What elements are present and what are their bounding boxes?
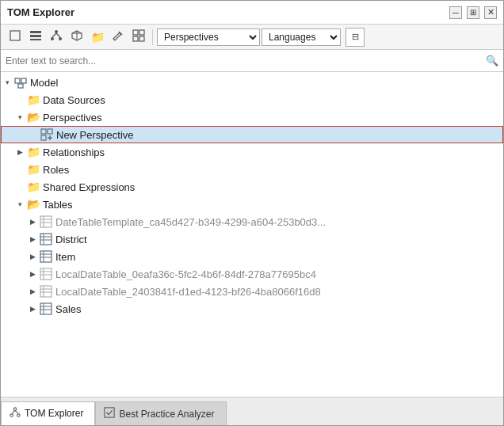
tree-node-datasources[interactable]: 📁 Data Sources bbox=[1, 91, 503, 108]
tree-node-perspectives[interactable]: ▾ 📂 Perspectives bbox=[1, 108, 503, 126]
svg-line-52 bbox=[12, 410, 15, 413]
expander-tables[interactable]: ▾ bbox=[13, 196, 26, 213]
svg-point-49 bbox=[13, 407, 17, 410]
list-icon bbox=[29, 29, 42, 44]
svg-line-53 bbox=[15, 410, 18, 413]
toolbar-button-4[interactable] bbox=[67, 28, 86, 47]
expander-ldt1[interactable]: ▶ bbox=[26, 265, 39, 283]
table-item-icon bbox=[39, 249, 53, 264]
tree-node-sales[interactable]: ▶ Sales bbox=[1, 300, 503, 318]
tree-node-shared-expressions[interactable]: 📁 Shared Expressions bbox=[1, 178, 503, 196]
pin-icon: ⊞ bbox=[470, 8, 476, 17]
grid-icon bbox=[132, 29, 145, 44]
tom-explorer-tab-label: TOM Explorer bbox=[25, 408, 83, 419]
perspectives-label: Perspectives bbox=[43, 112, 101, 124]
tree-icon bbox=[50, 29, 63, 44]
expander-ldt2[interactable]: ▶ bbox=[26, 283, 39, 300]
title-controls: ─ ⊞ ✕ bbox=[449, 6, 497, 19]
perspectives-dropdown[interactable]: Perspectives bbox=[157, 29, 260, 46]
expander-sales[interactable]: ▶ bbox=[26, 300, 39, 318]
tree-node-relationships[interactable]: ▶ 📁 Relationships bbox=[1, 143, 503, 161]
folder-icon: 📁 bbox=[91, 31, 105, 44]
svg-rect-41 bbox=[40, 286, 52, 297]
svg-rect-45 bbox=[40, 303, 52, 314]
svg-rect-3 bbox=[30, 39, 41, 40]
tree-node-ldt2[interactable]: ▶ LocalDateTable_2403841f-d1ed-4123-bf26… bbox=[1, 283, 503, 300]
table-special-dtt-icon bbox=[39, 215, 53, 229]
shared-expressions-label: Shared Expressions bbox=[43, 181, 135, 193]
svg-rect-33 bbox=[40, 251, 52, 262]
tree-node-roles[interactable]: 📁 Roles bbox=[1, 161, 503, 178]
tab-best-practice[interactable]: Best Practice Analyzer bbox=[95, 401, 226, 425]
toolbar-button-3[interactable] bbox=[47, 28, 66, 47]
toolbar-button-5[interactable]: 📁 bbox=[88, 28, 107, 47]
folder-datasources-icon: 📁 bbox=[26, 93, 40, 107]
expander-item[interactable]: ▶ bbox=[26, 248, 39, 265]
svg-rect-21 bbox=[48, 129, 52, 134]
tree-node-date-table-template[interactable]: ▶ DateTableTemplate_ca45d427-b349-4299-a… bbox=[1, 213, 503, 230]
toolbar-button-6[interactable] bbox=[109, 28, 128, 47]
svg-line-7 bbox=[52, 33, 56, 37]
close-button[interactable]: ✕ bbox=[484, 6, 497, 19]
svg-rect-22 bbox=[41, 135, 46, 140]
tree-node-model[interactable]: ▾ Model bbox=[1, 74, 503, 91]
toolbar-button-1[interactable] bbox=[6, 28, 25, 47]
cube-icon bbox=[71, 29, 83, 44]
toolbar-separator bbox=[152, 29, 153, 45]
svg-rect-16 bbox=[139, 36, 144, 41]
svg-rect-18 bbox=[21, 78, 26, 83]
search-input[interactable] bbox=[6, 55, 486, 67]
minimize-icon: ─ bbox=[452, 8, 459, 17]
model-icon bbox=[13, 75, 28, 89]
tab-tom-explorer[interactable]: TOM Explorer bbox=[1, 401, 95, 425]
toolbar-button-7[interactable] bbox=[129, 28, 148, 47]
tree-area: ▾ Model 📁 Data Sources bbox=[1, 72, 503, 397]
table-special-ldt2-icon bbox=[39, 284, 53, 299]
new-icon bbox=[9, 29, 21, 44]
search-bar: 🔍 bbox=[1, 50, 503, 72]
table-sales-icon bbox=[39, 302, 53, 316]
tree-node-tables[interactable]: ▾ 📂 Tables bbox=[1, 196, 503, 213]
minimize-button[interactable]: ─ bbox=[449, 6, 462, 19]
tree-node-district[interactable]: ▶ District bbox=[1, 230, 503, 248]
model-label: Model bbox=[30, 77, 58, 89]
folder-shared-expressions-icon: 📁 bbox=[26, 180, 40, 194]
svg-rect-37 bbox=[40, 268, 52, 280]
relationships-label: Relationships bbox=[43, 146, 105, 158]
tree-node-new-perspective[interactable]: New Perspective bbox=[1, 126, 503, 143]
svg-rect-17 bbox=[15, 78, 20, 83]
folder-roles-icon: 📁 bbox=[26, 162, 40, 177]
languages-dropdown[interactable]: Languages bbox=[262, 29, 341, 46]
best-practice-tab-icon bbox=[104, 407, 115, 420]
svg-rect-19 bbox=[18, 84, 23, 88]
expander-model[interactable]: ▾ bbox=[1, 74, 13, 91]
tree-node-ldt1[interactable]: ▶ LocalDateTable_0eafa36c-5fc2-4b6f-84df… bbox=[1, 265, 503, 283]
tom-explorer-window: TOM Explorer ─ ⊞ ✕ bbox=[0, 0, 504, 426]
expander-relationships[interactable]: ▶ bbox=[13, 143, 26, 161]
roles-label: Roles bbox=[43, 164, 69, 176]
toolbar: 📁 Perspectives bbox=[1, 25, 503, 50]
svg-point-50 bbox=[10, 413, 13, 416]
expander-district[interactable]: ▶ bbox=[26, 230, 39, 248]
expander-dtt[interactable]: ▶ bbox=[26, 213, 39, 230]
expander-perspectives[interactable]: ▾ bbox=[13, 108, 26, 126]
datasources-label: Data Sources bbox=[43, 94, 105, 106]
perspective-icon bbox=[40, 127, 54, 142]
folder-relationships-icon: 📁 bbox=[26, 145, 40, 159]
dock-icon: ⊟ bbox=[352, 32, 359, 42]
toolbar-button-2[interactable] bbox=[26, 28, 45, 47]
ldt1-label: LocalDateTable_0eafa36c-5fc2-4b6f-84df-2… bbox=[55, 268, 316, 280]
svg-rect-54 bbox=[105, 408, 114, 417]
window-title: TOM Explorer bbox=[7, 6, 74, 18]
svg-point-6 bbox=[59, 37, 62, 40]
svg-rect-13 bbox=[133, 30, 138, 35]
item-label: Item bbox=[55, 251, 75, 263]
pin-button[interactable]: ⊞ bbox=[467, 6, 479, 19]
dock-button[interactable]: ⊟ bbox=[346, 28, 365, 47]
svg-point-4 bbox=[55, 30, 58, 33]
edit-icon bbox=[112, 29, 124, 44]
ldt2-label: LocalDateTable_2403841f-d1ed-4123-bf26-4… bbox=[55, 286, 321, 298]
tree-node-item[interactable]: ▶ Item bbox=[1, 248, 503, 265]
expander-new-perspective bbox=[27, 126, 40, 143]
expander-shared-expressions bbox=[13, 178, 26, 196]
